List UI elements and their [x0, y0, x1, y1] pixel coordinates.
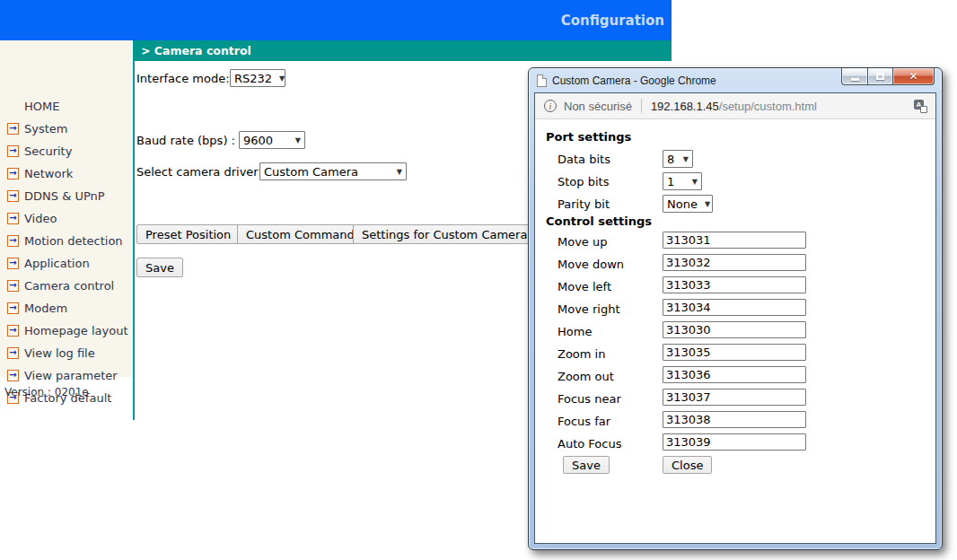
sidebar-item-camera-control[interactable]: →Camera control [0, 276, 114, 294]
arrow-icon: → [7, 280, 19, 292]
camera-driver-label: Select camera driver: [136, 165, 262, 179]
address-bar[interactable]: i Non sécurisé 192.168.1.45/setup/custom… [535, 93, 935, 119]
move-up-input[interactable] [663, 232, 806, 249]
section-title: > Camera control [141, 44, 251, 57]
sidebar-item-label: Camera control [24, 279, 114, 293]
parity-bit-value: None [667, 197, 698, 211]
sidebar-item-label: Video [24, 212, 57, 225]
save-button[interactable]: Save [136, 258, 183, 277]
popup-close-button[interactable]: Close [663, 456, 712, 474]
page-favicon-icon [537, 74, 547, 87]
chevron-down-icon: ▼ [705, 200, 710, 208]
parity-bit-label: Parity bit [558, 197, 610, 211]
move-down-input[interactable] [663, 254, 806, 271]
sidebar-item-label: Network [24, 167, 73, 180]
zoom-out-label: Zoom out [558, 370, 614, 383]
move-left-input[interactable] [663, 276, 806, 293]
focus-far-label: Focus far [558, 415, 610, 428]
camera-driver-value: Custom Camera [264, 165, 358, 179]
screen: Configuration HOME →System →Security →Ne… [0, 0, 957, 560]
popup-page: Port settings Data bits 8▼ Stop bits 1▼ … [535, 119, 935, 543]
preset-position-button[interactable]: Preset Position [136, 224, 240, 244]
sidebar-item-label: HOME [24, 100, 59, 113]
sidebar-item-homepage-layout[interactable]: →Homepage layout [0, 321, 128, 339]
popup-window-title: Custom Camera - Google Chrome [552, 74, 716, 87]
stop-bits-select[interactable]: 1▼ [663, 172, 702, 190]
maximize-icon [876, 73, 884, 80]
info-icon[interactable]: i [544, 100, 557, 112]
interface-mode-label: Interface mode: [136, 72, 230, 85]
auto-focus-label: Auto Focus [558, 437, 621, 451]
security-label: Non sécurisé [564, 100, 632, 113]
firmware-version: Version : 0201e [4, 386, 89, 398]
address-separator [641, 99, 642, 113]
stop-bits-label: Stop bits [558, 175, 609, 188]
control-settings-heading: Control settings [546, 214, 652, 228]
home-input[interactable] [663, 321, 806, 338]
focus-far-input[interactable] [663, 411, 806, 428]
sidebar-item-motion-detection[interactable]: →Motion detection [0, 232, 123, 249]
data-bits-label: Data bits [558, 153, 610, 166]
chevron-down-icon: ▼ [683, 155, 689, 163]
chevron-down-icon: ▼ [279, 74, 285, 83]
popup-save-button[interactable]: Save [563, 456, 610, 474]
arrow-icon: → [7, 213, 19, 224]
auto-focus-input[interactable] [663, 433, 806, 451]
sidebar-item-view-log-file[interactable]: →View log file [0, 344, 95, 362]
sidebar-item-label: Modem [24, 302, 67, 315]
close-icon: ✕ [909, 71, 917, 82]
sidebar-item-label: View log file [24, 346, 95, 360]
sidebar-item-label: System [24, 122, 67, 136]
url-host: 192.168.1.45 [651, 100, 719, 113]
arrow-icon: → [7, 302, 19, 314]
interface-mode-select[interactable]: RS232▼ [230, 69, 285, 87]
close-button[interactable]: ✕ [893, 68, 935, 85]
configuration-title: Configuration [561, 13, 672, 29]
focus-near-label: Focus near [558, 392, 621, 406]
minimize-icon [851, 78, 859, 81]
translate-icon[interactable] [914, 100, 927, 113]
sidebar-item-home[interactable]: HOME [0, 97, 59, 115]
arrow-icon: → [7, 168, 19, 179]
sidebar-item-view-parameter[interactable]: →View parameter [0, 366, 118, 384]
move-right-input[interactable] [663, 299, 806, 316]
sidebar-item-application[interactable]: →Application [0, 254, 90, 272]
baud-rate-select[interactable]: 9600▼ [239, 131, 305, 149]
move-down-label: Move down [558, 258, 624, 271]
parity-bit-select[interactable]: None▼ [663, 195, 713, 213]
zoom-in-label: Zoom in [558, 347, 605, 361]
sidebar-item-label: Motion detection [24, 234, 123, 248]
popup-titlebar[interactable]: Custom Camera - Google Chrome ✕ [529, 68, 942, 92]
baud-rate-value: 9600 [243, 134, 273, 147]
stop-bits-value: 1 [667, 175, 674, 188]
settings-for-custom-camera-button[interactable]: Settings for Custom Camera [353, 224, 536, 244]
sidebar-item-ddns-upnp[interactable]: →DDNS & UPnP [0, 187, 105, 205]
chevron-down-icon: ▼ [295, 136, 301, 144]
move-right-label: Move right [558, 302, 620, 316]
url-path: /setup/custom.html [719, 100, 817, 113]
zoom-out-input[interactable] [663, 366, 806, 383]
sidebar-item-label: DDNS & UPnP [24, 189, 105, 203]
arrow-icon: → [7, 235, 19, 247]
sidebar-item-security[interactable]: →Security [0, 142, 72, 160]
sidebar-item-system[interactable]: →System [0, 119, 67, 137]
custom-camera-popup-window: Custom Camera - Google Chrome ✕ i Non sé… [528, 67, 943, 550]
maximize-button[interactable] [868, 68, 893, 85]
section-title-bar: > Camera control [133, 40, 672, 61]
sidebar-item-network[interactable]: →Network [0, 164, 73, 182]
sidebar-item-label: View parameter [24, 369, 118, 382]
chevron-down-icon: ▼ [397, 168, 402, 176]
data-bits-select[interactable]: 8▼ [663, 150, 693, 168]
content-divider [133, 61, 135, 420]
sidebar-item-video[interactable]: →Video [0, 209, 57, 227]
arrow-icon: → [7, 123, 19, 135]
focus-near-input[interactable] [663, 389, 806, 406]
window-controls: ✕ [841, 68, 935, 85]
minimize-button[interactable] [841, 68, 868, 85]
sidebar-item-modem[interactable]: →Modem [0, 299, 67, 317]
arrow-icon: → [7, 347, 19, 359]
move-up-label: Move up [558, 235, 608, 249]
custom-command-button[interactable]: Custom Command [237, 224, 364, 244]
zoom-in-input[interactable] [663, 344, 806, 361]
camera-driver-select[interactable]: Custom Camera▼ [259, 162, 407, 180]
